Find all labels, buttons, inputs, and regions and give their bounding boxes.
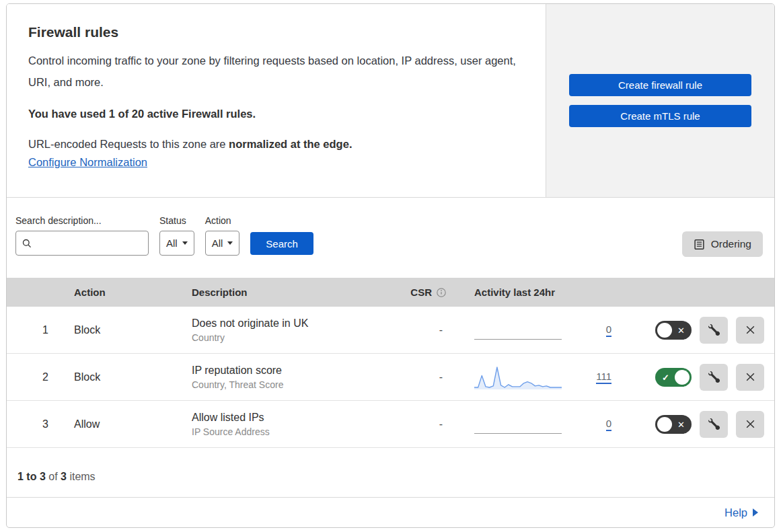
activity-flatline [474, 339, 562, 340]
rule-controls: ✓ ✕ [622, 411, 774, 438]
filter-bar: Search description... Status All Action [7, 198, 774, 278]
description-column-header: Description [192, 287, 404, 298]
rule-controls: ✓ ✕ [622, 317, 774, 344]
rule-action: Block [67, 371, 192, 383]
close-icon [745, 418, 756, 430]
search-box [15, 231, 149, 256]
page-description: Control incoming traffic to your zone by… [28, 50, 519, 93]
rule-csr-value: - [404, 418, 457, 430]
ordering-button[interactable]: Ordering [682, 231, 763, 257]
rule-priority: 2 [7, 371, 67, 383]
rule-description-cell: Allow listed IPs IP Source Address [192, 412, 404, 437]
chevron-down-icon [227, 241, 233, 245]
wrench-icon [708, 324, 720, 336]
toggle-knob [657, 417, 672, 432]
edit-rule-button[interactable] [700, 364, 728, 391]
activity-flatline [474, 433, 562, 434]
rule-activity-cell: 111 [457, 364, 622, 391]
create-mtls-rule-button[interactable]: Create mTLS rule [569, 105, 751, 127]
action-column-header: Action [67, 287, 192, 298]
firewall-rules-card: Firewall rules Control incoming traffic … [6, 3, 775, 528]
rule-enabled-toggle[interactable]: ✓ ✕ [655, 368, 692, 387]
info-icon[interactable] [436, 287, 447, 298]
status-select[interactable]: All [159, 231, 194, 256]
rule-description: Allow listed IPs [192, 412, 404, 424]
list-page-icon [694, 239, 705, 250]
header-text-block: Firewall rules Control incoming traffic … [7, 4, 546, 197]
csr-column-header: CSR [410, 287, 457, 298]
action-selected-value: All [212, 237, 223, 249]
toggle-knob [657, 323, 672, 338]
page-title: Firewall rules [28, 24, 519, 40]
rule-priority: 1 [7, 324, 67, 336]
arrow-right-icon [753, 508, 758, 517]
table-row: 2 Block IP reputation score Country, Thr… [7, 354, 774, 401]
rule-csr-value: - [404, 324, 457, 336]
status-label: Status [159, 215, 194, 226]
rule-action: Block [67, 324, 192, 336]
rule-activity-cell: 0 [457, 411, 622, 438]
pagination-summary: 1 to 3 of 3 items [7, 448, 774, 497]
rule-priority: 3 [7, 418, 67, 430]
search-input[interactable] [36, 237, 143, 249]
status-selected-value: All [166, 237, 178, 249]
normalization-note: URL-encoded Requests to this zone are no… [28, 138, 519, 151]
edit-rule-button[interactable] [700, 411, 728, 438]
pagination-total: 3 [61, 471, 67, 482]
table-row: 1 Block Does not originate in UK Country… [7, 307, 774, 354]
activity-sparkline [474, 364, 562, 391]
chevron-down-icon [182, 241, 188, 245]
rule-fields: Country [192, 332, 404, 343]
delete-rule-button[interactable] [736, 411, 764, 438]
help-link-label: Help [724, 506, 747, 519]
help-bar: Help [7, 497, 774, 527]
action-label: Action [205, 215, 240, 226]
rule-enabled-toggle[interactable]: ✓ ✕ [655, 321, 692, 340]
search-label: Search description... [15, 215, 149, 226]
rule-description: IP reputation score [192, 365, 404, 377]
wrench-icon [708, 418, 720, 430]
rule-csr-value: - [404, 371, 457, 383]
activity-count-link[interactable]: 111 [596, 371, 611, 384]
x-icon: ✕ [677, 326, 685, 334]
rule-action: Allow [67, 418, 192, 430]
csr-header-label: CSR [410, 287, 432, 298]
rule-fields: Country, Threat Score [192, 379, 404, 390]
configure-normalization-link[interactable]: Configure Normalization [28, 156, 147, 168]
usage-note: You have used 1 of 20 active Firewall ru… [28, 108, 519, 120]
pagination-range: 1 to 3 [17, 471, 46, 482]
create-firewall-rule-button[interactable]: Create firewall rule [569, 74, 751, 96]
edit-rule-button[interactable] [700, 317, 728, 344]
activity-count-link[interactable]: 0 [606, 324, 611, 337]
normalization-bold-text: normalized at the edge. [229, 138, 352, 150]
ordering-button-label: Ordering [711, 238, 751, 250]
search-button[interactable]: Search [250, 232, 313, 255]
toggle-knob [675, 370, 690, 385]
rule-activity-cell: 0 [457, 317, 622, 344]
activity-column-header: Activity last 24hr [457, 287, 622, 298]
delete-rule-button[interactable] [736, 317, 764, 344]
table-header-row: Action Description CSR Activity last 24h… [7, 278, 774, 307]
pagination-of: of [46, 471, 61, 482]
x-icon: ✕ [677, 420, 685, 428]
help-link[interactable]: Help [724, 506, 758, 519]
activity-count-link[interactable]: 0 [606, 418, 611, 431]
search-icon [22, 238, 32, 249]
rule-description-cell: IP reputation score Country, Threat Scor… [192, 365, 404, 390]
wrench-icon [708, 371, 720, 383]
rule-fields: IP Source Address [192, 426, 404, 437]
rule-description: Does not originate in UK [192, 317, 404, 330]
header-actions-panel: Create firewall rule Create mTLS rule [546, 4, 774, 197]
action-select[interactable]: All [205, 231, 240, 256]
close-icon [745, 324, 756, 336]
pagination-items: items [67, 471, 96, 482]
header-section: Firewall rules Control incoming traffic … [7, 4, 774, 198]
rule-enabled-toggle[interactable]: ✓ ✕ [655, 415, 692, 434]
close-icon [745, 371, 756, 383]
normalization-text: URL-encoded Requests to this zone are [28, 138, 229, 150]
rule-controls: ✓ ✕ [622, 364, 774, 391]
delete-rule-button[interactable] [736, 364, 764, 391]
check-icon: ✓ [662, 373, 669, 381]
rule-description-cell: Does not originate in UK Country [192, 317, 404, 343]
table-row: 3 Allow Allow listed IPs IP Source Addre… [7, 401, 774, 448]
